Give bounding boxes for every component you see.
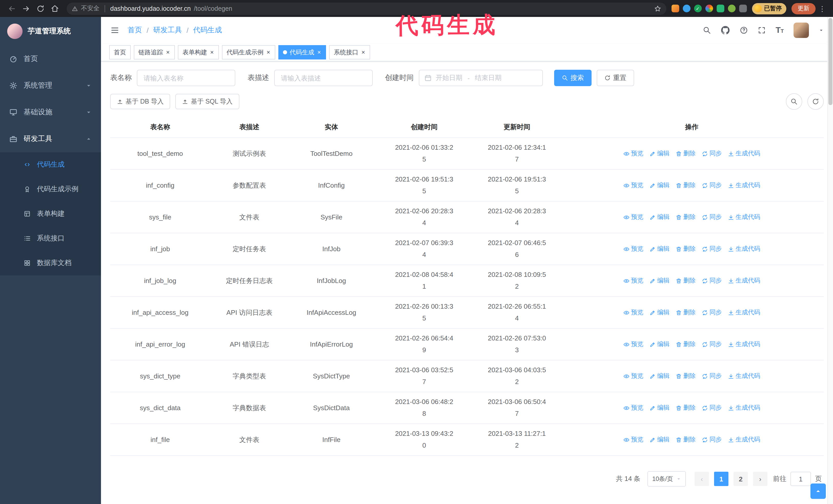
browser-menu-icon[interactable]: ⋮ <box>816 4 828 13</box>
row-action-sync[interactable]: 同步 <box>702 213 722 221</box>
row-action-delete[interactable]: 删除 <box>675 372 696 380</box>
sidebar-item-system[interactable]: 系统管理 <box>0 72 101 99</box>
row-action-delete[interactable]: 删除 <box>675 213 696 221</box>
row-action-preview[interactable]: 预览 <box>623 181 643 190</box>
user-menu-caret-icon[interactable] <box>819 28 824 33</box>
sidebar-item-home[interactable]: 首页 <box>0 46 101 72</box>
row-action-edit[interactable]: 编辑 <box>649 245 669 253</box>
browser-forward-button[interactable] <box>20 2 33 15</box>
browser-home-button[interactable] <box>48 2 62 15</box>
create-time-range-picker[interactable]: 开始日期 - 结束日期 <box>419 70 543 86</box>
back-to-top-button[interactable] <box>810 483 826 499</box>
row-action-generate[interactable]: 生成代码 <box>728 149 760 158</box>
row-action-delete[interactable]: 删除 <box>675 435 696 444</box>
close-icon[interactable]: × <box>210 49 214 55</box>
extension-drop-icon[interactable] <box>683 5 690 12</box>
breadcrumb-item-devtools[interactable]: 研发工具 <box>153 26 182 35</box>
row-action-edit[interactable]: 编辑 <box>649 149 669 158</box>
row-action-delete[interactable]: 删除 <box>675 181 696 190</box>
row-action-sync[interactable]: 同步 <box>702 245 722 253</box>
goto-page-input[interactable] <box>790 472 811 486</box>
refresh-table-button[interactable] <box>807 93 824 110</box>
row-action-generate[interactable]: 生成代码 <box>728 404 760 412</box>
sidebar-item-system-api[interactable]: 系统接口 <box>0 226 101 251</box>
tab-codegen-example[interactable]: 代码生成示例 × <box>222 45 275 59</box>
row-action-generate[interactable]: 生成代码 <box>728 435 760 444</box>
row-action-edit[interactable]: 编辑 <box>649 277 669 285</box>
row-action-preview[interactable]: 预览 <box>623 308 643 317</box>
row-action-sync[interactable]: 同步 <box>702 181 722 190</box>
table-desc-input[interactable] <box>274 70 373 86</box>
import-sql-button[interactable]: 基于 SQL 导入 <box>175 94 239 109</box>
tab-form-builder[interactable]: 表单构建 × <box>178 45 219 59</box>
row-action-preview[interactable]: 预览 <box>623 435 643 444</box>
row-action-edit[interactable]: 编辑 <box>649 340 669 349</box>
close-icon[interactable]: × <box>266 49 271 55</box>
row-action-generate[interactable]: 生成代码 <box>728 245 760 253</box>
row-action-delete[interactable]: 删除 <box>675 404 696 412</box>
scrollbar-track[interactable] <box>827 17 833 504</box>
page-size-select[interactable]: 10条/页 <box>648 471 686 486</box>
tab-codegen[interactable]: 代码生成 × <box>278 45 326 59</box>
extension-translate-icon[interactable] <box>716 5 724 12</box>
tab-system-api[interactable]: 系统接口 × <box>329 45 370 59</box>
sidebar-item-form-builder[interactable]: 表单构建 <box>0 201 101 226</box>
row-action-generate[interactable]: 生成代码 <box>728 340 760 349</box>
scrollbar-thumb[interactable] <box>828 18 832 105</box>
extension-leaf-icon[interactable] <box>728 5 735 12</box>
next-page-button[interactable]: › <box>753 472 767 486</box>
row-action-preview[interactable]: 预览 <box>623 277 643 285</box>
row-action-delete[interactable]: 删除 <box>675 340 696 349</box>
row-action-delete[interactable]: 删除 <box>675 277 696 285</box>
help-icon[interactable] <box>740 26 748 34</box>
row-action-delete[interactable]: 删除 <box>675 308 696 317</box>
row-action-sync[interactable]: 同步 <box>702 149 722 158</box>
browser-reload-button[interactable] <box>34 2 47 15</box>
row-action-generate[interactable]: 生成代码 <box>728 277 760 285</box>
row-action-edit[interactable]: 编辑 <box>649 404 669 412</box>
extension-check-icon[interactable]: ✓ <box>694 5 701 12</box>
row-action-sync[interactable]: 同步 <box>702 340 722 349</box>
user-avatar[interactable] <box>793 23 809 38</box>
row-action-edit[interactable]: 编辑 <box>649 181 669 190</box>
sidebar-item-db-doc[interactable]: 数据库文档 <box>0 251 101 275</box>
import-db-button[interactable]: 基于 DB 导入 <box>110 94 170 109</box>
close-icon[interactable]: × <box>317 49 322 55</box>
row-action-sync[interactable]: 同步 <box>702 372 722 380</box>
page-button-2[interactable]: 2 <box>734 472 748 486</box>
row-action-preview[interactable]: 预览 <box>623 213 643 221</box>
sidebar-item-codegen[interactable]: 代码生成 <box>0 152 101 177</box>
row-action-generate[interactable]: 生成代码 <box>728 213 760 221</box>
row-action-sync[interactable]: 同步 <box>702 404 722 412</box>
row-action-edit[interactable]: 编辑 <box>649 213 669 221</box>
close-icon[interactable]: × <box>166 49 170 55</box>
sidebar-toggle-icon[interactable] <box>110 26 119 35</box>
tab-tracing[interactable]: 链路追踪 × <box>134 45 175 59</box>
github-icon[interactable] <box>721 26 730 35</box>
reset-button[interactable]: 重置 <box>597 70 634 86</box>
search-button[interactable]: 搜索 <box>554 70 592 86</box>
row-action-generate[interactable]: 生成代码 <box>728 308 760 317</box>
extension-palette-icon[interactable] <box>705 5 713 12</box>
bookmark-star-icon[interactable] <box>654 5 661 12</box>
row-action-edit[interactable]: 编辑 <box>649 372 669 380</box>
font-size-icon[interactable] <box>776 26 784 34</box>
logo[interactable]: 芋道管理系统 <box>0 17 101 46</box>
sidebar-item-devtools[interactable]: 研发工具 <box>0 126 101 152</box>
extension-shield-icon[interactable] <box>671 5 679 12</box>
close-icon[interactable]: × <box>361 49 365 55</box>
search-icon[interactable] <box>703 26 711 34</box>
row-action-delete[interactable]: 删除 <box>675 245 696 253</box>
extension-puzzle-icon[interactable] <box>739 5 747 12</box>
row-action-sync[interactable]: 同步 <box>702 435 722 444</box>
address-bar[interactable]: 不安全 dashboard.yudao.iocoder.cn /tool/cod… <box>67 2 666 15</box>
toggle-search-button[interactable] <box>786 93 802 110</box>
breadcrumb-item-home[interactable]: 首页 <box>128 26 142 35</box>
row-action-delete[interactable]: 删除 <box>675 149 696 158</box>
row-action-sync[interactable]: 同步 <box>702 308 722 317</box>
tab-home[interactable]: 首页 <box>109 45 131 59</box>
row-action-preview[interactable]: 预览 <box>623 245 643 253</box>
row-action-edit[interactable]: 编辑 <box>649 308 669 317</box>
prev-page-button[interactable]: ‹ <box>695 472 709 486</box>
row-action-preview[interactable]: 预览 <box>623 340 643 349</box>
